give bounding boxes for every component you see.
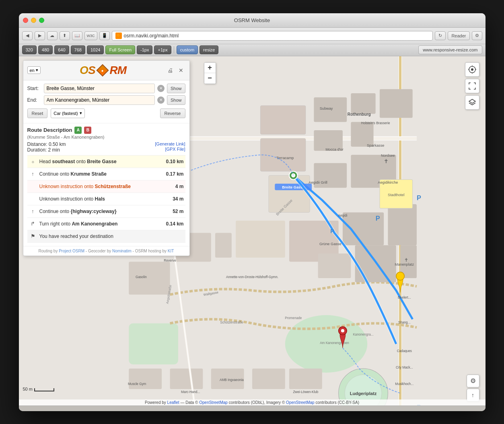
osm-link[interactable]: OpenStreetMap	[199, 400, 228, 405]
logo-rm: RM	[110, 64, 127, 77]
reverse-button[interactable]: Reverse	[160, 109, 185, 118]
svg-text:P: P	[330, 227, 334, 234]
vehicle-select[interactable]: Car (fastest) ▾	[51, 109, 85, 118]
close-panel-button[interactable]: ✕	[177, 66, 185, 75]
start-input[interactable]	[44, 84, 155, 93]
btn-a[interactable]: A	[74, 127, 82, 134]
svg-rect-32	[170, 368, 203, 389]
minimize-button[interactable]	[31, 18, 36, 23]
start-show-button[interactable]: Show	[167, 84, 185, 93]
step-list: ⬦ Head southeast onto Breite Gasse 0.10 …	[27, 155, 185, 243]
step-item: ↑ Continue onto {highway:cycleway} 52 m	[27, 205, 185, 218]
resize-button[interactable]: resize	[200, 45, 218, 54]
separator	[174, 46, 174, 53]
width-1024-button[interactable]: 1024	[87, 45, 104, 54]
svg-rect-11	[351, 93, 375, 114]
step-text-2: Unknown instruction onto Schützenstraße	[39, 184, 161, 189]
zoom-out-button[interactable]: −	[204, 73, 216, 84]
start-clear-button[interactable]: ✕	[157, 85, 165, 92]
project-osrm-link[interactable]: Project OSRM	[59, 249, 84, 253]
step-dist-3: 34 m	[164, 196, 184, 202]
title-bar: OSRM Website	[19, 13, 485, 28]
svg-text:Holstein's Brasserie: Holstein's Brasserie	[361, 121, 390, 125]
plus-1px-button[interactable]: +1px	[154, 45, 171, 54]
scale-line	[34, 388, 54, 391]
reader-button[interactable]: Reader	[448, 31, 469, 40]
map-settings-button[interactable]: ⚙	[467, 375, 479, 387]
step-icon-dest: ⚑	[29, 232, 37, 240]
width-640-button[interactable]: 640	[54, 45, 69, 54]
end-row: End: ✕ Show	[27, 95, 185, 105]
route-form: Start: ✕ Show End: ✕ Show Reset Car (fas…	[23, 80, 189, 123]
fullscreen-button[interactable]: Full Screen	[105, 45, 135, 54]
osm-link2[interactable]: OpenStreetMap	[286, 400, 315, 405]
svg-rect-19	[268, 175, 309, 212]
forward-button[interactable]: ▶	[35, 31, 45, 40]
language-select[interactable]: en ▾	[27, 66, 41, 74]
end-clear-button[interactable]: ✕	[157, 96, 165, 104]
end-show-button[interactable]: Show	[167, 95, 185, 105]
reset-button[interactable]: Reset	[27, 109, 48, 118]
end-label: End:	[27, 97, 41, 103]
maximize-button[interactable]	[39, 18, 44, 23]
svg-text:Subway: Subway	[319, 106, 333, 110]
width-320-button[interactable]: 320	[22, 45, 37, 54]
map-controls-top-right	[465, 62, 479, 110]
back-button[interactable]: ◀	[22, 31, 33, 40]
svg-text:Beelert...: Beelert...	[397, 296, 411, 299]
svg-rect-34	[252, 368, 285, 389]
minus-1px-button[interactable]: -1px	[137, 45, 152, 54]
options-row: Reset Car (fastest) ▾ Reverse	[27, 107, 185, 120]
print-button[interactable]: 🖨	[166, 66, 175, 75]
svg-text:Mocca d'or: Mocca d'or	[325, 147, 344, 152]
btn-b[interactable]: B	[84, 127, 91, 134]
route-stats-right: [Generate Link] [GPX File]	[155, 141, 185, 152]
attribution-text4: contributors (CC-BY-SA)	[315, 400, 359, 405]
history-button[interactable]: ☁	[47, 31, 58, 40]
end-input[interactable]	[44, 95, 155, 105]
svg-text:Shang...: Shang...	[398, 320, 410, 324]
svg-text:Kanonengra...: Kanonengra...	[353, 333, 373, 336]
reload-button[interactable]: ↻	[435, 31, 446, 40]
close-button[interactable]	[23, 18, 28, 23]
zoom-in-button[interactable]: +	[204, 63, 216, 73]
share-button[interactable]: ⬆	[60, 31, 70, 40]
bookmarks-button[interactable]: 📖	[72, 31, 82, 40]
route-title-text: Route Description	[27, 127, 72, 133]
mobile-button[interactable]: 📱	[99, 31, 110, 40]
kit-link[interactable]: KIT	[168, 249, 174, 253]
layers-button[interactable]	[465, 95, 479, 110]
svg-text:Am Kanonengraben: Am Kanonengraben	[320, 341, 349, 344]
width-480-button[interactable]: 480	[38, 45, 53, 54]
nominatim-link[interactable]: Nominatim	[112, 249, 132, 253]
svg-text:Stadthotel: Stadthotel	[388, 193, 404, 197]
gpx-link[interactable]: [GPX File]	[165, 147, 185, 152]
step-text-5: Turn right onto Am Kanonengraben	[39, 221, 161, 227]
generate-link[interactable]: [Generate Link]	[155, 141, 185, 146]
logo-s: S	[88, 64, 95, 77]
locate-button[interactable]	[465, 62, 479, 77]
width-768-button[interactable]: 768	[71, 45, 85, 54]
leaflet-link[interactable]: Leaflet	[167, 400, 179, 405]
extensions-button[interactable]: ⚙	[472, 31, 482, 40]
custom-button[interactable]: custom	[177, 45, 198, 54]
step-icon-turn: ↱	[29, 220, 37, 228]
browser-window: OSRM Website ◀ ▶ ☁ ⬆ 📖 W3C 📱 🔶 osrm.navi…	[19, 13, 485, 411]
route-stats: Distance: 0.50 km Duration: 2 min [Gener…	[27, 141, 185, 153]
svg-text:City Mack...: City Mack...	[395, 365, 413, 369]
route-description: Route Description A B (Krumme Straße - A…	[23, 123, 189, 246]
footer-mid1: - Geocoder by	[86, 249, 112, 253]
footer-mid2: - OSRM hosting by	[133, 249, 168, 253]
window-title: OSRM Website	[234, 17, 270, 23]
address-bar[interactable]: 🔶 osrm.naviki.org/main.html	[112, 31, 433, 41]
svg-text:Cadaques: Cadaques	[397, 349, 411, 353]
nav-bar: ◀ ▶ ☁ ⬆ 📖 W3C 📱 🔶 osrm.naviki.org/main.h…	[19, 28, 485, 44]
w3c-button[interactable]: W3C	[84, 31, 97, 40]
fullscreen-map-button[interactable]	[465, 79, 479, 93]
layers-icon	[468, 98, 476, 107]
attribution-text: Powered by	[145, 400, 167, 405]
svg-text:P: P	[375, 214, 380, 221]
svg-text:AMB Ingvaeonia: AMB Ingvaeonia	[219, 378, 243, 381]
distance-label: Distance:	[27, 141, 47, 147]
duration-label: Duration:	[27, 147, 47, 153]
